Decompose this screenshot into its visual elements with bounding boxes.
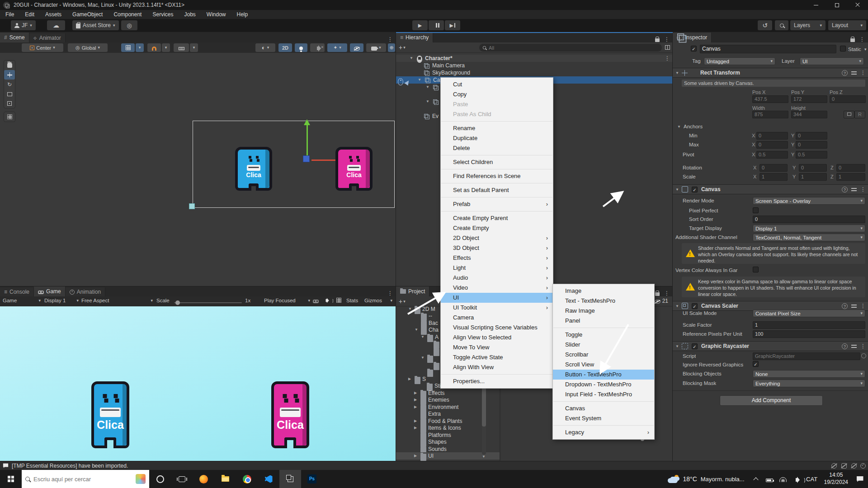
mute-audio-button[interactable] (325, 297, 328, 302)
render-mode-dropdown[interactable]: Screen Space - Overlay▾ (753, 197, 865, 205)
pivot-y[interactable]: 0.5 (796, 151, 827, 159)
height-field[interactable]: 344 (791, 111, 827, 118)
sub-dropdown-tmp[interactable]: Dropdown - TextMeshPro (553, 380, 654, 389)
pos-y-field[interactable]: 172 (791, 95, 827, 103)
gizmos-toggle[interactable]: ⊕ (388, 43, 395, 52)
rotation-x[interactable]: 0 (760, 164, 788, 172)
anchor-min-x[interactable]: 0 (756, 132, 788, 140)
foldout-icon[interactable]: ▶ (414, 418, 417, 425)
scale-y[interactable]: 1 (799, 173, 827, 181)
ctx-prefab[interactable]: Prefab› (441, 199, 553, 209)
ctx-toggle-active[interactable]: Toggle Active State (441, 352, 553, 362)
sub-image[interactable]: Image (553, 286, 654, 296)
start-button[interactable] (0, 470, 22, 488)
game-tab-options-icon[interactable]: ⋮ (387, 290, 396, 296)
taskbar-app-chrome[interactable] (236, 470, 258, 488)
display-dropdown[interactable]: Display 1▾ (44, 298, 79, 303)
ctx-ui-toolkit[interactable]: UI Toolkit› (441, 303, 553, 313)
foldout-icon[interactable]: ▶ (414, 404, 417, 411)
ctx-set-default-parent[interactable]: Set as Default Parent (441, 185, 553, 195)
tag-dropdown[interactable]: Untagged▾ (704, 57, 775, 65)
gizmo-origin-handle[interactable] (303, 155, 310, 162)
tool-handle-position-dropdown[interactable]: Center▾ (22, 43, 63, 52)
sub-scrollbar[interactable]: Scrollbar (553, 350, 654, 360)
hidden-objects-toggle[interactable] (350, 43, 363, 52)
scene-character-pink[interactable]: Clica (335, 147, 373, 191)
taskbar-app-explorer[interactable] (214, 470, 236, 488)
ctx-copy[interactable]: Copy (441, 89, 553, 99)
ctx-ui[interactable]: UI› (441, 293, 553, 303)
sub-raw-image[interactable]: Raw Image (553, 306, 654, 316)
grid-visibility-caret[interactable]: ▾ (136, 43, 144, 52)
menu-edit[interactable]: Edit (19, 10, 40, 19)
ui-scale-mode-dropdown[interactable]: Constant Pixel Size▾ (753, 310, 865, 317)
layout-dropdown[interactable]: Layout▾ (828, 20, 866, 30)
lock-icon[interactable] (655, 292, 660, 296)
bug-disabled-icon[interactable] (831, 463, 837, 469)
play-button[interactable]: ▶ (412, 20, 428, 30)
play-focused-dropdown[interactable]: Play Focused▾ (264, 298, 310, 303)
notification-center-button[interactable] (852, 470, 868, 488)
lock-icon[interactable] (655, 38, 660, 42)
ctx-3d-object[interactable]: 3D Object› (441, 243, 553, 253)
preset-icon[interactable] (851, 344, 857, 348)
lighting-toggle[interactable] (295, 43, 307, 52)
ctx-delete[interactable]: Delete (441, 143, 553, 153)
pixel-perfect-checkbox[interactable] (753, 207, 759, 213)
preset-icon[interactable] (851, 304, 857, 308)
static-caret-icon[interactable]: ▾ (864, 47, 867, 52)
hierarchy-item-scene[interactable]: ▼ Character* ⋮ (396, 55, 673, 62)
component-enabled-checkbox[interactable]: ✓ (692, 303, 698, 309)
rotation-y[interactable]: 0 (799, 164, 827, 172)
component-options-icon[interactable]: ⋮ (860, 186, 865, 192)
maximize-button[interactable] (826, 0, 847, 10)
close-button[interactable] (847, 0, 868, 10)
object-picker-icon[interactable] (861, 353, 866, 358)
search-highlights-icon[interactable] (136, 474, 146, 484)
rotate-tool-button[interactable]: ↻ (4, 80, 15, 89)
foldout-icon[interactable]: ▼ (421, 354, 425, 361)
help-icon[interactable]: ? (842, 187, 848, 192)
active-checkbox[interactable]: ✓ (691, 46, 697, 52)
tab-animator[interactable]: ⟡Animator (29, 33, 66, 42)
refresh-disabled-icon[interactable] (851, 463, 857, 469)
foldout-icon[interactable]: ▼ (408, 305, 412, 313)
foldout-icon[interactable]: ▶ (414, 424, 417, 432)
gizmos-dropdown[interactable]: Gizmos▾ (364, 298, 392, 303)
width-field[interactable]: 875 (752, 111, 788, 118)
account-button[interactable]: JF▾ (11, 20, 36, 30)
tab-project[interactable]: Project (396, 286, 429, 296)
ignore-reversed-checkbox[interactable]: ✓ (753, 361, 759, 367)
target-display-dropdown[interactable]: Display 1▾ (753, 225, 865, 232)
scene-viewport[interactable]: ↻ Clica Clica (0, 53, 396, 286)
scene-character-blue[interactable]: Clica (235, 147, 272, 191)
ctx-audio[interactable]: Audio› (441, 273, 553, 283)
graphic-raycaster-header[interactable]: ▼ ✓ Graphic Raycaster ?⋮ (673, 341, 868, 351)
hierarchy-item-main-camera[interactable]: Main Camera (396, 62, 673, 69)
asset-store-button[interactable]: Asset Store▾ (72, 20, 119, 30)
tab-console[interactable]: ≡Console (0, 287, 34, 296)
taskbar-app-photoshop[interactable]: Ps (301, 470, 323, 488)
task-view-button[interactable] (171, 470, 193, 488)
increment-snap-caret[interactable]: ▾ (190, 43, 198, 52)
menu-help[interactable]: Help (231, 10, 254, 19)
ctx-align-with-view[interactable]: Align With View (441, 362, 553, 372)
anchor-min-y[interactable]: 0 (796, 132, 827, 140)
menu-gameobject[interactable]: GameObject (67, 10, 108, 19)
sub-input-field-tmp[interactable]: Input Field - TextMeshPro (553, 389, 654, 399)
sub-event-system[interactable]: Event System (553, 413, 654, 423)
ctx-find-references[interactable]: Find References in Scene (441, 171, 553, 181)
component-options-icon[interactable]: ⋮ (860, 343, 865, 349)
cloud-button[interactable]: ☁ (47, 20, 65, 30)
increment-snap-button[interactable] (174, 43, 189, 52)
taskbar-search[interactable] (22, 470, 149, 488)
pivot-x[interactable]: 0.5 (756, 151, 788, 159)
grid-visibility-button[interactable] (121, 43, 135, 52)
pos-z-field[interactable]: 0 (830, 95, 866, 103)
column-split-icon[interactable] (665, 45, 670, 50)
view-tool-button[interactable] (4, 61, 15, 70)
anchors-foldout-icon[interactable]: ▼ (677, 125, 681, 129)
create-asset-button[interactable]: +▾ (399, 298, 406, 305)
gizmo-y-axis[interactable] (307, 125, 308, 159)
anchor-max-y[interactable]: 0 (796, 141, 827, 149)
